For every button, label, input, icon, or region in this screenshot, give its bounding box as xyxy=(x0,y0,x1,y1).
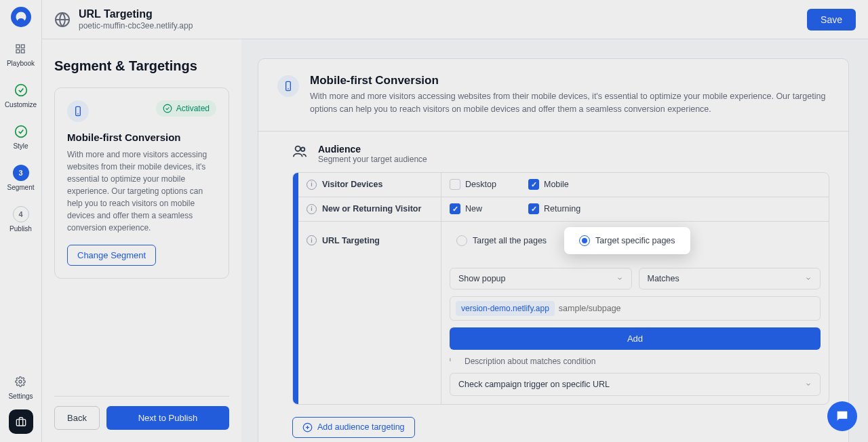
svg-point-11 xyxy=(163,104,172,113)
domain-chip: version-demo.netlify.app xyxy=(456,301,555,316)
select-action[interactable]: Show popup xyxy=(450,268,632,289)
main-desc: With more and more visitors accessing we… xyxy=(310,90,829,116)
chevron-down-icon xyxy=(616,275,623,282)
segment-card: Activated Mobile-first Conversion With m… xyxy=(54,87,229,279)
svg-rect-12 xyxy=(286,81,291,90)
step-number: 3 xyxy=(18,169,22,177)
page-title: URL Targeting xyxy=(79,8,193,20)
next-button[interactable]: Next to Publish xyxy=(106,406,229,430)
svg-rect-7 xyxy=(16,420,25,426)
svg-rect-0 xyxy=(16,45,20,48)
nav-item-playbook[interactable]: Playbook xyxy=(7,41,35,67)
left-column: Segment & Targetings Activated Mobile-fi… xyxy=(42,39,241,442)
activated-badge: Activated xyxy=(156,100,216,117)
svg-rect-3 xyxy=(22,49,25,53)
check-trigger-expand[interactable]: Check campaign trigger on specific URL xyxy=(450,373,821,396)
chat-button[interactable] xyxy=(827,401,857,431)
info-icon[interactable]: i xyxy=(307,235,317,245)
page-subtitle: poetic-muffin-cbc3ee.netlify.app xyxy=(79,21,193,31)
svg-rect-9 xyxy=(76,106,81,115)
svg-point-14 xyxy=(296,146,300,150)
audience-subtitle: Segment your target audience xyxy=(318,155,427,164)
checkbox-desktop[interactable]: Desktop xyxy=(450,179,517,190)
badge-label: Activated xyxy=(176,104,210,113)
chat-icon xyxy=(835,409,850,424)
nav-rail: Playbook Customize Style 3 Segment 4 Pub… xyxy=(0,0,42,442)
nav-label: Segment xyxy=(7,184,34,191)
targeting-block: AND iVisitor Devices Desktop Mobile iNew… xyxy=(292,172,829,405)
section-title: Segment & Targetings xyxy=(54,58,229,74)
plus-circle-icon xyxy=(302,422,313,433)
gear-icon xyxy=(12,374,28,390)
svg-rect-2 xyxy=(16,49,20,53)
url-input-row: version-demo.netlify.app xyxy=(450,296,821,321)
and-strip xyxy=(293,173,298,404)
add-targeting-button[interactable]: Add audience targeting xyxy=(292,417,415,438)
chevron-down-icon xyxy=(805,275,812,282)
radio-target-all[interactable]: Target all the pages xyxy=(450,231,553,250)
svg-rect-1 xyxy=(22,45,25,48)
check-circle-icon xyxy=(163,104,172,113)
svg-point-4 xyxy=(15,85,26,96)
header: URL Targeting poetic-muffin-cbc3ee.netli… xyxy=(42,0,868,39)
audience-title: Audience xyxy=(318,144,427,155)
row-label-devices: Visitor Devices xyxy=(322,180,382,189)
back-button[interactable]: Back xyxy=(54,406,100,430)
add-url-button[interactable]: Add xyxy=(450,327,821,350)
check-icon xyxy=(13,82,29,98)
nav-label: Publish xyxy=(9,225,32,233)
nav-item-publish[interactable]: 4 Publish xyxy=(9,206,32,233)
mobile-icon xyxy=(67,100,89,122)
svg-point-5 xyxy=(15,126,26,138)
nav-item-segment[interactable]: 3 Segment xyxy=(7,165,34,191)
check-icon xyxy=(13,123,29,140)
save-button[interactable]: Save xyxy=(807,9,856,31)
info-icon[interactable]: i xyxy=(307,204,317,214)
and-label: AND xyxy=(302,275,309,302)
condition-desc: Description about matches condition xyxy=(465,357,595,366)
nav-item-settings[interactable]: Settings xyxy=(8,374,33,400)
step-number: 4 xyxy=(18,210,22,218)
path-input[interactable] xyxy=(559,304,814,313)
nav-item-customize[interactable]: Customize xyxy=(5,82,37,108)
dashboard-icon xyxy=(12,41,28,57)
audience-icon xyxy=(292,144,307,159)
svg-point-6 xyxy=(19,380,22,383)
checkbox-returning[interactable]: Returning xyxy=(528,203,596,214)
info-icon[interactable]: i xyxy=(307,180,317,190)
row-label-url: URL Targeting xyxy=(322,236,380,245)
radio-target-specific[interactable]: Target specific pages xyxy=(564,227,690,254)
globe-icon xyxy=(54,12,71,28)
mobile-icon xyxy=(277,75,299,97)
checkbox-new[interactable]: New xyxy=(450,203,517,214)
svg-point-15 xyxy=(301,147,305,151)
nav-label: Style xyxy=(13,142,28,150)
app-logo[interactable] xyxy=(11,7,31,27)
card-body: With more and more visitors accessing we… xyxy=(67,148,216,234)
main-panel: Mobile-first Conversion With more and mo… xyxy=(258,58,849,442)
checkbox-mobile[interactable]: Mobile xyxy=(528,179,596,190)
nav-label: Playbook xyxy=(7,60,35,67)
workspace-button[interactable] xyxy=(9,409,33,434)
info-icon[interactable]: i xyxy=(450,357,459,366)
card-heading: Mobile-first Conversion xyxy=(67,132,216,143)
nav-item-style[interactable]: Style xyxy=(13,123,29,150)
change-segment-button[interactable]: Change Segment xyxy=(67,245,156,266)
nav-label: Settings xyxy=(8,393,33,400)
select-condition[interactable]: Matches xyxy=(639,268,821,289)
briefcase-icon xyxy=(16,416,26,427)
main-title: Mobile-first Conversion xyxy=(310,74,829,87)
nav-label: Customize xyxy=(5,101,37,108)
chevron-down-icon xyxy=(805,381,812,388)
row-label-visitor: New or Returning Visitor xyxy=(322,204,421,214)
